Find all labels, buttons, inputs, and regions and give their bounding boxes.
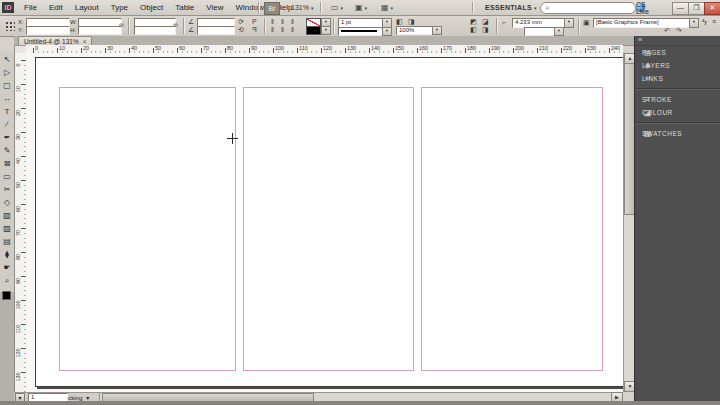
- toolbox-fill-swatch[interactable]: [2, 291, 11, 300]
- selection-tool[interactable]: ↖: [0, 53, 14, 66]
- gradient-feather-tool[interactable]: ▨: [0, 222, 14, 235]
- zoom-tool[interactable]: ⌕: [0, 274, 14, 287]
- hand-tool[interactable]: ☛: [0, 261, 14, 274]
- corner-shape-arrow[interactable]: ▾: [554, 27, 564, 36]
- screen-mode-icon: ▣: [355, 3, 363, 12]
- view-options-dropdown[interactable]: ▭ ▾: [328, 2, 346, 13]
- window-bottom-edge: [0, 401, 720, 405]
- blend-mode-icon[interactable]: ◨: [408, 18, 415, 26]
- align-left-icon[interactable]: ‖: [271, 18, 274, 26]
- direct-selection-tool[interactable]: ▷: [0, 66, 14, 79]
- search-input[interactable]: ⌕: [540, 2, 636, 14]
- corner-radius-dropdown[interactable]: ▾: [564, 18, 574, 28]
- pencil-tool[interactable]: ✎: [0, 144, 14, 157]
- menu-table[interactable]: Table: [169, 0, 200, 15]
- align-right-icon[interactable]: ‖: [291, 18, 294, 26]
- rectangle-tool[interactable]: ▭: [0, 170, 14, 183]
- workspace-label: ESSENTIALS: [485, 4, 532, 11]
- stroke-color-swatch[interactable]: [306, 26, 321, 35]
- constrain-proportions-icon[interactable]: ∞: [119, 21, 124, 29]
- scissors-tool[interactable]: ✂: [0, 183, 14, 196]
- divider: [320, 2, 322, 13]
- ruler-number: 110: [15, 324, 21, 334]
- y-position-field[interactable]: [26, 26, 70, 35]
- wrap-options-icon[interactable]: ◨: [482, 26, 489, 34]
- scale-y-field[interactable]: [134, 26, 176, 35]
- transparency-icon[interactable]: ◧: [396, 18, 403, 26]
- rectangle-frame-tool[interactable]: ⊠: [0, 157, 14, 170]
- flip-vertical-icon[interactable]: P: [252, 26, 257, 34]
- cs-live-button[interactable]: CS Live: [636, 2, 645, 13]
- page-tool[interactable]: ▢: [0, 79, 14, 92]
- document-page[interactable]: [35, 57, 623, 387]
- close-button[interactable]: ✕: [704, 2, 720, 15]
- margin-guide-column-3: [421, 87, 603, 371]
- menu-layout[interactable]: Layout: [69, 0, 105, 15]
- gap-tool[interactable]: ↔: [0, 92, 14, 105]
- corner-shape-dropdown[interactable]: [524, 27, 558, 36]
- ruler-number: 100: [15, 300, 21, 310]
- zoom-level-dropdown[interactable]: 131% ▾: [288, 2, 316, 13]
- align-center-icon[interactable]: ‖: [281, 18, 284, 26]
- ruler-number: 130: [347, 45, 356, 51]
- menu-type[interactable]: Type: [105, 0, 134, 15]
- align-top-icon[interactable]: ‖: [271, 26, 274, 34]
- panel-button-swatches[interactable]: ▦SWATCHES: [635, 127, 720, 140]
- align-bottom-icon[interactable]: ‖: [291, 26, 294, 34]
- panel-button-stroke[interactable]: ≡STROKE: [635, 93, 720, 106]
- panel-button-colour[interactable]: ◪COLOUR: [635, 106, 720, 119]
- arrange-documents-icon: ▦: [381, 3, 389, 12]
- type-tool[interactable]: T: [0, 105, 14, 118]
- crosshair-cursor: [227, 133, 238, 144]
- ruler-number: 50: [15, 180, 21, 190]
- collapse-dock-button[interactable]: «: [635, 36, 720, 46]
- rotate-cw-icon[interactable]: ⟳: [238, 18, 244, 26]
- undo-icon[interactable]: ↶: [664, 27, 670, 35]
- constrain-scale-icon[interactable]: ∞: [173, 21, 178, 29]
- drop-shadow-icon[interactable]: ◪: [482, 18, 489, 26]
- panel-label-colour: COLOUR: [642, 109, 673, 116]
- shear-angle-field[interactable]: [197, 26, 235, 35]
- quick-apply-icon[interactable]: ϟ: [702, 18, 707, 26]
- note-tool[interactable]: ▤: [0, 235, 14, 248]
- opacity-field[interactable]: 100%: [396, 26, 436, 35]
- panel-button-layers[interactable]: ◈LAYERS: [635, 59, 720, 72]
- menu-view[interactable]: View: [200, 0, 229, 15]
- text-wrap-icon[interactable]: ◧: [470, 26, 477, 34]
- arrange-documents-dropdown[interactable]: ▦ ▾: [378, 2, 396, 13]
- free-transform-tool[interactable]: ◇: [0, 196, 14, 209]
- effects-icon[interactable]: ◩: [470, 18, 477, 26]
- bridge-icon[interactable]: Br: [264, 2, 280, 15]
- stroke-type-arrow[interactable]: ▾: [382, 27, 392, 36]
- close-tab-icon[interactable]: ×: [83, 38, 87, 45]
- reference-point-proxy[interactable]: [4, 20, 15, 31]
- stroke-dropdown[interactable]: ▾: [321, 26, 331, 35]
- stroke-type-dropdown[interactable]: [338, 27, 386, 36]
- redo-icon[interactable]: ↷: [676, 27, 682, 35]
- menu-file[interactable]: File: [18, 0, 43, 15]
- minimize-button[interactable]: —: [672, 2, 689, 15]
- object-style-arrow[interactable]: ▾: [689, 18, 699, 28]
- panel-button-pages[interactable]: ▤PAGES: [635, 46, 720, 59]
- menu-object[interactable]: Object: [134, 0, 169, 15]
- menu-edit[interactable]: Edit: [43, 0, 69, 15]
- panel-menu-icon[interactable]: ≡: [712, 18, 716, 26]
- align-middle-icon[interactable]: ‖: [281, 26, 284, 34]
- height-field[interactable]: [78, 26, 122, 35]
- gradient-swatch-tool[interactable]: ▧: [0, 209, 14, 222]
- pen-tool[interactable]: ✒: [0, 131, 14, 144]
- panel-button-links[interactable]: ∞LINKS: [635, 72, 720, 85]
- screen-mode-dropdown[interactable]: ▣ ▾: [352, 2, 370, 13]
- preflight-menu-icon[interactable]: ▾: [86, 394, 89, 401]
- line-tool[interactable]: ∕: [0, 118, 14, 131]
- workspace-switcher[interactable]: ESSENTIALS ▾: [482, 2, 540, 13]
- y-label: Y:: [18, 27, 23, 33]
- ruler-number: 60: [179, 45, 185, 51]
- rotate-ccw-icon[interactable]: ⟲: [238, 26, 244, 34]
- restore-button[interactable]: ❐: [688, 2, 705, 15]
- menubar: FileEditLayoutTypeObjectTableViewWindowH…: [18, 0, 298, 15]
- opacity-dropdown[interactable]: ▾: [432, 26, 442, 35]
- flip-horizontal-icon[interactable]: P: [252, 18, 257, 26]
- document-canvas[interactable]: [26, 53, 623, 392]
- eyedropper-tool[interactable]: ⧫: [0, 248, 14, 261]
